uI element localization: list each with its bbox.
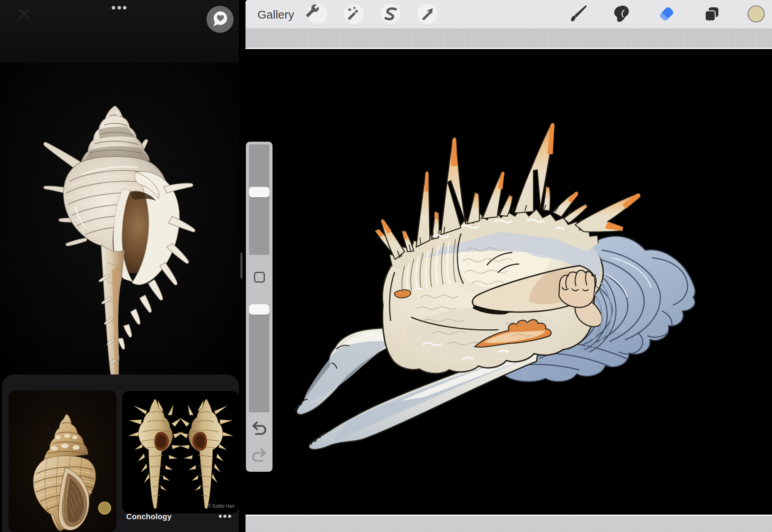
svg-text:© Eddie Harr: © Eddie Harr <box>208 503 235 509</box>
